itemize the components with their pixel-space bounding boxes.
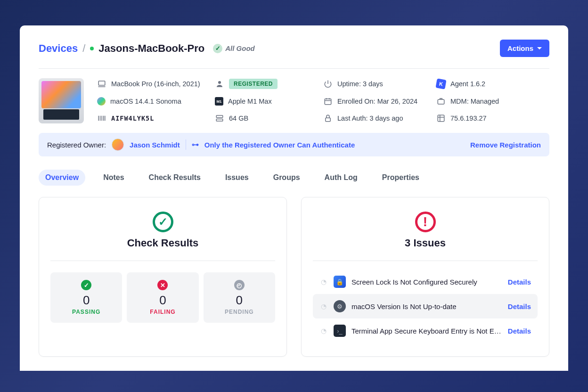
issue-row: ◔ ⚙ macOS Version Is Not Up-to-date Deta… (313, 294, 538, 318)
svg-rect-7 (102, 116, 103, 121)
info-os-value: macOS 14.4.1 Sonoma (110, 98, 181, 105)
svg-rect-2 (325, 99, 331, 105)
key-icon: ⊶ (192, 140, 199, 149)
check-icon: ✓ (213, 44, 222, 53)
tab-properties[interactable]: Properties (376, 170, 426, 186)
gauge-icon: ◔ (319, 278, 328, 286)
owner-restriction: Only the Registered Owner Can Authentica… (204, 141, 355, 149)
check-results-panel: ✓ Check Results ✓ 0 PASSING ✕ 0 FAILING … (39, 197, 287, 357)
power-icon (323, 79, 333, 89)
terminal-icon: ›_ (334, 325, 346, 337)
barcode-icon (97, 114, 106, 123)
issue-text: macOS Version Is Not Up-to-date (351, 302, 502, 310)
info-enrolled-value: Enrolled On: Mar 26, 2024 (337, 98, 417, 105)
pending-count: 0 (207, 293, 271, 308)
info-uptime: Uptime: 3 days (323, 78, 432, 90)
svg-rect-0 (98, 81, 105, 85)
issue-row: ◔ ›_ Terminal App Secure Keyboard Entry … (313, 318, 538, 343)
info-agent: K Agent 1.6.2 (436, 78, 531, 90)
status-dot-icon (90, 47, 94, 50)
divider (186, 139, 186, 150)
gear-icon: ⚙ (334, 300, 346, 312)
pending-label: PENDING (207, 309, 271, 315)
info-os: macOS 14.4.1 Sonoma (97, 96, 210, 106)
breadcrumb-row: Devices / Jasons-MacBook-Pro ✓ All Good … (39, 40, 549, 69)
status-badge: ✓ All Good (213, 44, 255, 53)
check-circle-icon: ✓ (152, 211, 174, 233)
failing-label: FAILING (131, 309, 195, 315)
chip-icon: M1 (215, 97, 223, 106)
info-storage-value: 64 GB (229, 114, 248, 122)
gauge-icon: ◔ (319, 302, 328, 310)
breadcrumb-root-link[interactable]: Devices (39, 42, 78, 55)
info-serial-value: AIFW4LYK5L (111, 114, 154, 122)
info-chip-value: Apple M1 Max (228, 98, 272, 105)
storage-icon (215, 114, 224, 123)
info-model: MacBook Pro (16-inch, 2021) (97, 78, 210, 90)
tab-overview[interactable]: Overview (39, 170, 85, 186)
info-model-value: MacBook Pro (16-inch, 2021) (111, 80, 200, 88)
svg-rect-13 (438, 115, 444, 122)
issues-panel: ! 3 Issues ◔ 🔒 Screen Lock Is Not Config… (301, 197, 549, 357)
tab-notes[interactable]: Notes (97, 170, 131, 186)
svg-rect-8 (103, 116, 104, 121)
info-mdm: MDM: Managed (436, 96, 531, 106)
avatar (112, 139, 124, 151)
info-enrolled: Enrolled On: Mar 26, 2024 (323, 96, 432, 106)
tab-issues[interactable]: Issues (219, 170, 255, 186)
alert-circle-icon: ! (414, 211, 437, 233)
breadcrumb-separator: / (82, 42, 85, 55)
tab-auth-log[interactable]: Auth Log (318, 170, 364, 186)
owner-link[interactable]: Jason Schmidt (130, 141, 180, 149)
breadcrumb: Devices / Jasons-MacBook-Pro ✓ All Good (39, 42, 255, 55)
device-image (39, 78, 84, 123)
svg-rect-11 (216, 119, 223, 122)
device-name: Jasons-MacBook-Pro (98, 42, 204, 55)
details-link[interactable]: Details (508, 278, 531, 286)
agent-icon: K (435, 78, 446, 89)
status-text: All Good (225, 44, 255, 52)
info-agent-value: Agent 1.6.2 (450, 80, 485, 88)
stat-passing: ✓ 0 PASSING (50, 272, 122, 323)
issue-text: Screen Lock Is Not Configured Securely (351, 278, 502, 286)
passing-count: 0 (54, 293, 118, 308)
chevron-down-icon (537, 47, 542, 49)
tab-groups[interactable]: Groups (267, 170, 307, 186)
lock-icon (323, 114, 333, 123)
passing-label: PASSING (54, 309, 118, 315)
tab-check-results[interactable]: Check Results (142, 170, 207, 186)
info-uptime-value: Uptime: 3 days (337, 80, 383, 88)
owner-bar: Registered Owner: Jason Schmidt ⊶ Only t… (39, 133, 549, 156)
fail-icon: ✕ (157, 280, 168, 290)
svg-rect-12 (326, 118, 331, 122)
network-icon (436, 114, 446, 123)
briefcase-icon (436, 97, 446, 106)
owner-label: Registered Owner: (47, 141, 106, 149)
tabs: Overview Notes Check Results Issues Grou… (39, 170, 549, 186)
check-results-title: Check Results (50, 237, 275, 249)
svg-point-1 (218, 81, 221, 84)
stat-failing: ✕ 0 FAILING (127, 272, 198, 323)
gauge-icon: ◔ (319, 327, 328, 335)
info-mdm-value: MDM: Managed (450, 98, 499, 105)
device-info-section: MacBook Pro (16-inch, 2021) REGISTERED U… (39, 69, 549, 133)
info-serial: AIFW4LYK5L (97, 113, 210, 123)
user-icon (215, 79, 224, 89)
clock-icon: ◴ (234, 280, 245, 290)
screen-lock-icon: 🔒 (334, 276, 346, 288)
svg-rect-5 (100, 116, 100, 121)
info-last-auth: Last Auth: 3 days ago (323, 113, 432, 123)
details-link[interactable]: Details (508, 327, 531, 335)
svg-rect-9 (105, 116, 106, 121)
details-link[interactable]: Details (508, 302, 531, 310)
actions-button[interactable]: Actions (500, 40, 549, 57)
stat-pending: ◴ 0 PENDING (204, 272, 275, 323)
svg-rect-4 (98, 116, 99, 121)
svg-rect-6 (101, 116, 102, 121)
laptop-icon (97, 79, 106, 89)
issue-text: Terminal App Secure Keyboard Entry is No… (351, 327, 502, 335)
actions-button-label: Actions (507, 44, 533, 52)
remove-registration-link[interactable]: Remove Registration (470, 141, 541, 149)
info-registration: REGISTERED (215, 78, 318, 90)
calendar-icon (323, 97, 333, 106)
